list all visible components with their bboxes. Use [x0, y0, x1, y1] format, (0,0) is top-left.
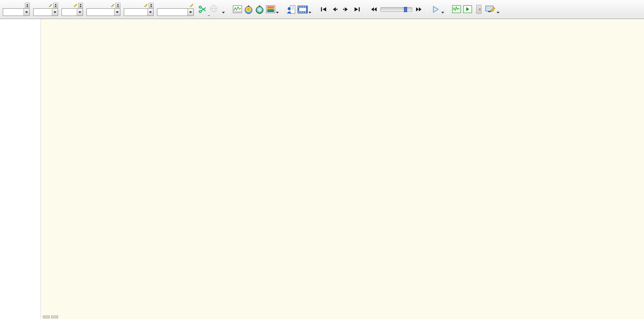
patient-info-button[interactable] [286, 3, 296, 16]
wave-monitor-button[interactable] [232, 3, 242, 16]
maps-more-arrow[interactable] [276, 12, 279, 15]
favorite-value [157, 9, 187, 16]
head-map-rainbow-icon [255, 5, 264, 14]
disp-length-value [124, 9, 147, 16]
hf-value [62, 9, 77, 16]
tc-spinner[interactable] [53, 3, 58, 8]
main-area [0, 19, 644, 319]
skip-last-icon [353, 6, 360, 12]
scroll-block[interactable] [43, 316, 50, 318]
toolbar-separator [365, 2, 366, 17]
spectrogram-button[interactable] [266, 3, 275, 16]
green-wave-icon [452, 5, 461, 13]
disp-length-spinner[interactable] [149, 3, 154, 8]
favorite-dropdown-arrow[interactable] [187, 9, 193, 16]
disp-length-select[interactable] [124, 8, 154, 16]
hf-select[interactable] [62, 8, 83, 16]
toolbar-separator [283, 2, 283, 17]
disp-length-dropdown-arrow[interactable] [147, 9, 153, 16]
rewind-button[interactable] [369, 3, 379, 16]
speed-slider-handle[interactable] [404, 7, 407, 12]
pencil-icon[interactable] [74, 2, 77, 9]
waveform-area[interactable] [41, 19, 644, 319]
tc-dropdown-arrow[interactable] [52, 9, 58, 16]
favorite-control [157, 3, 194, 16]
settings-more-arrow[interactable] [497, 12, 499, 15]
tc-value [34, 9, 52, 16]
pencil-icon[interactable] [49, 2, 53, 9]
play-more-arrow[interactable] [441, 12, 444, 15]
hf-control [62, 3, 83, 16]
rewind-icon [370, 6, 377, 12]
datetime-more-arrow[interactable] [222, 12, 225, 15]
channel-label-column [0, 19, 41, 319]
topomap-button[interactable] [243, 3, 253, 16]
wave-review-button[interactable] [452, 3, 461, 16]
pattern-select[interactable] [86, 8, 120, 16]
step-forward-button[interactable] [341, 3, 351, 16]
speed-slider-track[interactable] [380, 7, 412, 12]
fast-forward-icon [415, 6, 422, 12]
pencil-icon[interactable] [190, 2, 194, 9]
tc-control [33, 3, 58, 16]
video-more-arrow[interactable] [309, 12, 311, 15]
sens-control [3, 3, 30, 16]
step-forward-icon [342, 6, 349, 12]
scroll-block[interactable] [51, 316, 58, 318]
video-button[interactable] [297, 3, 308, 16]
speed-slider [380, 7, 412, 12]
settings-button[interactable] [485, 3, 496, 16]
toolbar-separator [229, 2, 229, 17]
pencil-icon[interactable] [144, 2, 148, 9]
notch-filter-button[interactable] [209, 3, 219, 16]
pattern-value [87, 9, 114, 16]
fast-forward-button[interactable] [414, 3, 424, 16]
play-icon [432, 6, 440, 13]
play-button[interactable] [431, 3, 441, 16]
dotted-globe-icon [209, 4, 219, 14]
toolbar-separator [448, 2, 448, 17]
skip-first-button[interactable] [319, 3, 329, 16]
pattern-dropdown-arrow[interactable] [114, 9, 120, 16]
sens-dropdown-arrow[interactable] [24, 9, 29, 16]
sens-spinner[interactable] [25, 3, 30, 8]
step-back-button[interactable] [330, 3, 340, 16]
sens-select[interactable] [3, 8, 30, 16]
notch-50-badge [208, 15, 210, 16]
head-map-icon [244, 5, 253, 14]
toolbar [0, 0, 644, 19]
auto-play-button[interactable] [463, 3, 472, 16]
sens-value [3, 9, 24, 16]
tc-select[interactable] [33, 8, 58, 16]
disp-length-control [124, 3, 154, 16]
pattern-spinner[interactable] [116, 3, 120, 8]
toolbar-separator [315, 2, 315, 17]
patient-icon [287, 5, 296, 14]
step-back-icon [331, 6, 338, 12]
pattern-control [86, 3, 120, 16]
monitor-pencil-icon [485, 5, 496, 14]
topomap2-button[interactable] [255, 3, 264, 16]
toolbar-separator [427, 2, 427, 17]
skip-first-icon [320, 6, 327, 12]
scissors-icon [198, 5, 207, 14]
favorite-select[interactable] [157, 8, 194, 16]
collapse-arrow-icon [476, 5, 481, 14]
skip-last-button[interactable] [352, 3, 362, 16]
eeg-canvas[interactable] [41, 19, 644, 319]
hf-dropdown-arrow[interactable] [77, 9, 83, 16]
filmstrip-icon [297, 5, 308, 14]
spectrogram-icon [266, 5, 275, 13]
collapse-button[interactable] [474, 3, 484, 16]
green-play-icon [463, 5, 472, 13]
pencil-icon[interactable] [111, 2, 115, 9]
waveform-chart-icon [233, 5, 242, 13]
cut-button[interactable] [198, 3, 208, 16]
hf-spinner[interactable] [78, 3, 83, 8]
